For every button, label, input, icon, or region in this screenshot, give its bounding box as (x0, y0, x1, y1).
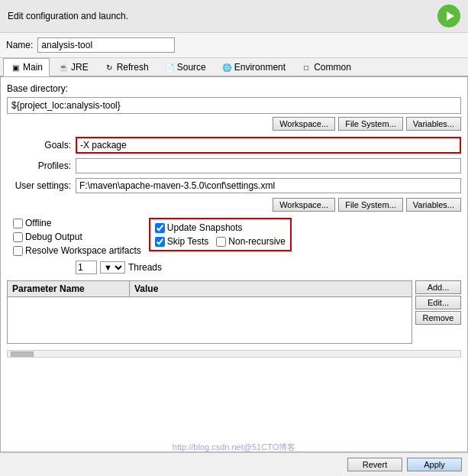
horizontal-scrollbar[interactable] (7, 350, 461, 358)
param-table: Parameter Name Value (7, 280, 412, 344)
workspace-button-1[interactable]: Workspace... (273, 117, 335, 131)
bottom-bar: Revert Apply (0, 452, 468, 476)
tab-jre-label: JRE (71, 62, 89, 73)
remove-button[interactable]: Remove (415, 311, 461, 325)
goals-input[interactable] (76, 137, 461, 154)
tab-common-label: Common (314, 62, 351, 73)
source-tab-icon: 📄 (164, 62, 175, 73)
scrollbar-thumb[interactable] (11, 351, 34, 358)
tab-source[interactable]: 📄 Source (157, 58, 213, 76)
tab-common[interactable]: □ Common (294, 58, 358, 76)
update-snapshots-label: Update Snapshots (167, 222, 243, 233)
main-wrapper: Edit configuration and launch. Name: ▣ M… (0, 0, 468, 476)
non-recursive-label: Non-recursive (228, 236, 286, 247)
debug-output-checkbox-label[interactable]: Debug Output (13, 232, 141, 242)
tabs-bar: ▣ Main ☕ JRE ↻ Refresh 📄 Source 🌐 Enviro… (0, 58, 468, 77)
highlighted-checkboxes: Update Snapshots Skip Tests Non-recursiv… (149, 218, 292, 251)
resolve-workspace-checkbox[interactable] (13, 246, 23, 256)
update-snapshots-checkbox[interactable] (155, 223, 165, 233)
threads-input[interactable] (76, 261, 97, 274)
common-tab-icon: □ (301, 62, 311, 73)
variables-button-1[interactable]: Variables... (406, 117, 461, 131)
resolve-workspace-label: Resolve Workspace artifacts (25, 245, 141, 256)
param-table-body (8, 297, 412, 343)
filesystem-button-1[interactable]: File System... (338, 117, 403, 131)
resolve-workspace-checkbox-label[interactable]: Resolve Workspace artifacts (13, 245, 141, 256)
skip-tests-label: Skip Tests (167, 236, 208, 247)
name-label: Name: (6, 40, 33, 50)
table-action-buttons: Add... Edit... Remove (415, 280, 461, 344)
user-settings-label: User settings: (7, 180, 76, 191)
user-settings-buttons: Workspace... File System... Variables... (7, 198, 461, 212)
threads-row: ▼ Threads (7, 261, 461, 274)
profiles-input[interactable] (76, 158, 461, 173)
goals-label: Goals: (7, 140, 76, 151)
tab-main-label: Main (23, 62, 43, 73)
base-dir-label: Base directory: (7, 83, 461, 94)
name-row: Name: (0, 33, 468, 58)
non-recursive-checkbox-label[interactable]: Non-recursive (216, 236, 286, 247)
variables-button-2[interactable]: Variables... (406, 198, 461, 212)
param-value-col-header: Value (130, 281, 412, 296)
base-dir-buttons: Workspace... File System... Variables... (7, 117, 461, 131)
main-tab-icon: ▣ (10, 62, 21, 73)
param-name-col-header: Parameter Name (8, 281, 130, 296)
tab-jre[interactable]: ☕ JRE (51, 58, 95, 76)
non-recursive-checkbox[interactable] (216, 237, 226, 247)
revert-button[interactable]: Revert (347, 458, 402, 471)
filesystem-button-2[interactable]: File System... (338, 198, 403, 212)
refresh-tab-icon: ↻ (104, 62, 115, 73)
offline-checkbox-label[interactable]: Offline (13, 218, 141, 228)
user-settings-input[interactable] (76, 178, 461, 193)
jre-tab-icon: ☕ (58, 62, 69, 73)
offline-checkbox[interactable] (13, 219, 23, 228)
tab-source-label: Source (177, 62, 206, 73)
debug-output-checkbox[interactable] (13, 232, 23, 242)
name-input[interactable] (37, 37, 175, 53)
skip-tests-checkbox-label[interactable]: Skip Tests (155, 236, 208, 247)
skip-tests-checkbox[interactable] (155, 237, 165, 247)
goals-row: Goals: (7, 137, 461, 154)
apply-button[interactable]: Apply (407, 458, 462, 471)
table-area: Parameter Name Value Add... Edit... Remo… (7, 280, 461, 344)
profiles-label: Profiles: (7, 160, 76, 171)
base-dir-input[interactable] (7, 97, 461, 114)
tab-environment[interactable]: 🌐 Environment (215, 58, 292, 76)
add-button[interactable]: Add... (415, 280, 461, 294)
tab-refresh[interactable]: ↻ Refresh (97, 58, 156, 76)
env-tab-icon: 🌐 (221, 62, 232, 73)
edit-button[interactable]: Edit... (415, 296, 461, 309)
tab-main[interactable]: ▣ Main (3, 58, 50, 76)
threads-label: Threads (128, 262, 162, 273)
param-table-header: Parameter Name Value (8, 281, 412, 297)
offline-label: Offline (25, 218, 51, 228)
run-button[interactable] (437, 5, 460, 28)
top-bar: Edit configuration and launch. (0, 0, 468, 33)
tab-environment-label: Environment (234, 62, 286, 73)
user-settings-row: User settings: (7, 178, 461, 193)
content-area: Base directory: Workspace... File System… (0, 77, 468, 452)
debug-output-label: Debug Output (25, 232, 82, 242)
page-title: Edit configuration and launch. (8, 11, 128, 21)
workspace-button-2[interactable]: Workspace... (273, 198, 335, 212)
update-snapshots-checkbox-label[interactable]: Update Snapshots (155, 222, 286, 233)
tab-refresh-label: Refresh (117, 62, 149, 73)
threads-select[interactable]: ▼ (100, 261, 125, 274)
profiles-row: Profiles: (7, 158, 461, 173)
